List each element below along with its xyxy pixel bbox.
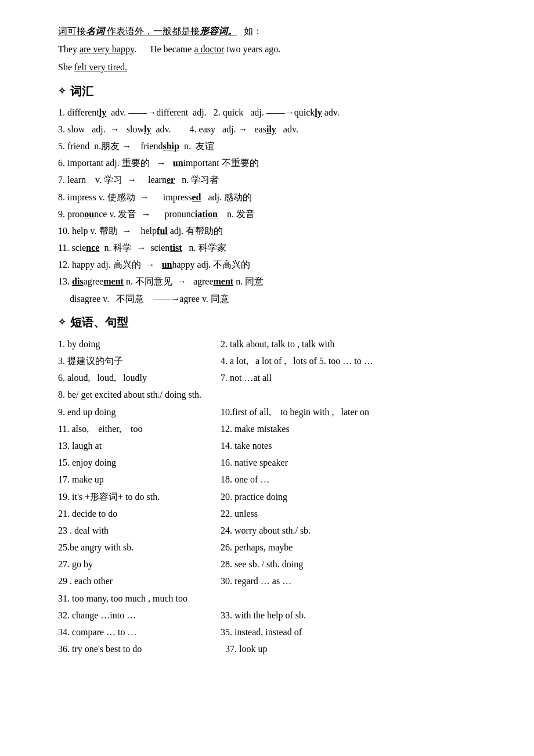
phrase-col1-7: 13. laugh at	[58, 437, 221, 454]
phrase-col1-9: 17. make up	[58, 471, 221, 488]
phrase-col2-9: 18. one of …	[221, 471, 499, 488]
phrase-col1-17: 32. change …into …	[58, 607, 221, 624]
phrase-row-13: 25.be angry with sb. 26. perhaps, maybe	[58, 539, 499, 556]
phrase-col1-1: 1. by doing	[58, 336, 221, 352]
phrase-col1-6: 11. also, either, too	[58, 420, 221, 437]
phrase-col2-17: 33. with the help of sb.	[221, 607, 499, 624]
phrase-row-11: 21. decide to do 22. unless	[58, 505, 499, 522]
phrase-col2-3: 7. not …at all	[221, 369, 499, 386]
vocab-item-2: 3. slow adj. → slowly adv. 4. easy adj.→…	[58, 121, 499, 137]
vocab-section-header: ✧ 词汇	[58, 81, 499, 101]
phrase-row-10: 19. it's +形容词+ to do sth. 20. practice d…	[58, 488, 499, 505]
vocab-item-11: 13. disagreement n. 不同意见 → agreement n. …	[58, 273, 499, 289]
phrase-col1-8: 15. enjoy doing	[58, 454, 221, 471]
phrase-col2-5: 10.first of all, to begin with , later o…	[221, 404, 499, 420]
phrase-col1-18: 34. compare … to …	[58, 624, 221, 640]
intro-line-1: 词可接名词 作表语外，一般都是接形容词。 如：	[58, 23, 499, 39]
phrase-row-19: 36. try one's best to do 37. look up	[58, 640, 499, 657]
phrase-col2-8: 16. native speaker	[221, 454, 499, 471]
phrase-row-1: 1. by doing 2. talk about, talk to , tal…	[58, 336, 499, 352]
phrase-col1-12: 23 . deal with	[58, 522, 221, 539]
phrase-row-18: 34. compare … to … 35. instead, instead …	[58, 624, 499, 640]
phrase-col2-12: 24. worry about sth./ sb.	[221, 522, 499, 539]
phrase-row-12: 23 . deal with 24. worry about sth./ sb.	[58, 522, 499, 539]
phrase-col1-2: 3. 提建议的句子	[58, 352, 221, 369]
phrase-col2-6: 12. make mistakes	[221, 420, 499, 437]
phrase-col1-15: 29 . each other	[58, 573, 221, 589]
phrase-row-3: 6. aloud, loud, loudly 7. not …at all	[58, 369, 499, 386]
phrase-col1-10: 19. it's +形容词+ to do sth.	[58, 488, 221, 505]
vocab-item-10: 12. happy adj. 高兴的 → unhappy adj. 不高兴的	[58, 257, 499, 272]
vocab-item-4: 6. important adj. 重要的 → unimportant 不重要的	[58, 155, 499, 171]
vocab-header-label: 词汇	[70, 81, 93, 101]
phrase-col2-2: 4. a lot, a lot of , lots of 5. too … to…	[221, 352, 499, 369]
vocab-item-5: 7. learn v. 学习 → learner n. 学习者	[58, 172, 499, 188]
phrase-row-17: 32. change …into … 33. with the help of …	[58, 607, 499, 624]
vocab-item-8: 10. help v. 帮助 → helpful adj. 有帮助的	[58, 223, 499, 239]
phrase-col2-10: 20. practice doing	[221, 488, 499, 505]
phrase-col2-14: 28. see sb. / sth. doing	[221, 556, 499, 573]
vocab-item-9: 11. science n. 科学 → scientist n. 科学家	[58, 240, 499, 255]
phrase-col2-7: 14. take notes	[221, 437, 499, 454]
phrase-col1-14: 27. go by	[58, 556, 221, 573]
vocab-item-7: 9. pronounce v. 发音 → pronunciation n. 发音	[58, 206, 499, 222]
phrase-col2-19: 37. look up	[221, 640, 499, 657]
phrase-row-9: 17. make up 18. one of …	[58, 471, 499, 488]
phrase-col2-1: 2. talk about, talk to , talk with	[221, 336, 499, 352]
intro-block: 词可接名词 作表语外，一般都是接形容词。 如： They are very ha…	[58, 23, 499, 75]
diamond-icon: ✧	[58, 83, 66, 99]
intro-line-3: She felt very tired.	[58, 59, 499, 75]
intro-text-pre: 词可接名词 作表语外，一般都是接形容词。	[58, 26, 237, 36]
diamond-icon-2: ✧	[58, 314, 66, 330]
phrase-col1-5: 9. end up doing	[58, 404, 221, 420]
phrase-section-header: ✧ 短语、句型	[58, 312, 499, 332]
phrase-col2-15: 30. regard … as …	[221, 573, 499, 589]
phrase-row-5: 9. end up doing 10.first of all, to begi…	[58, 404, 499, 420]
phrase-col1-11: 21. decide to do	[58, 505, 221, 522]
phrase-row-14: 27. go by 28. see sb. / sth. doing	[58, 556, 499, 573]
vocab-item-12: disagree v. 不同意 ——→agree v. 同意	[58, 291, 499, 307]
phrase-row-16: 31. too many, too much , much too	[58, 590, 499, 607]
phrase-row-6: 11. also, either, too 12. make mistakes	[58, 420, 499, 437]
intro-line-2: They are very happy. He became a doctor …	[58, 41, 499, 57]
phrase-row-15: 29 . each other 30. regard … as …	[58, 573, 499, 589]
phrase-items: 1. by doing 2. talk about, talk to , tal…	[58, 336, 499, 658]
phrase-col2-11: 22. unless	[221, 505, 499, 522]
vocab-items: 1. differently adv. ——→different adj. 2.…	[58, 105, 499, 307]
vocab-item-1: 1. differently adv. ——→different adj. 2.…	[58, 105, 499, 120]
vocab-item-3: 5. friend n.朋友→ friendship n. 友谊	[58, 138, 499, 154]
phrase-col1-3: 6. aloud, loud, loudly	[58, 369, 221, 386]
phrase-col2-18: 35. instead, instead of	[221, 624, 499, 640]
phrase-row-8: 15. enjoy doing 16. native speaker	[58, 454, 499, 471]
phrase-row-2: 3. 提建议的句子 4. a lot, a lot of , lots of 5…	[58, 352, 499, 369]
phrase-row-7: 13. laugh at 14. take notes	[58, 437, 499, 454]
phrase-row-4: 8. be/ get excited about sth./ doing sth…	[58, 386, 499, 403]
phrase-header-label: 短语、句型	[70, 312, 128, 332]
vocab-item-6: 8. impress v. 使感动 → impressed adj. 感动的	[58, 189, 499, 205]
phrase-col2-13: 26. perhaps, maybe	[221, 539, 499, 556]
phrase-col1-13: 25.be angry with sb.	[58, 539, 221, 556]
phrase-col1-19: 36. try one's best to do	[58, 640, 221, 657]
